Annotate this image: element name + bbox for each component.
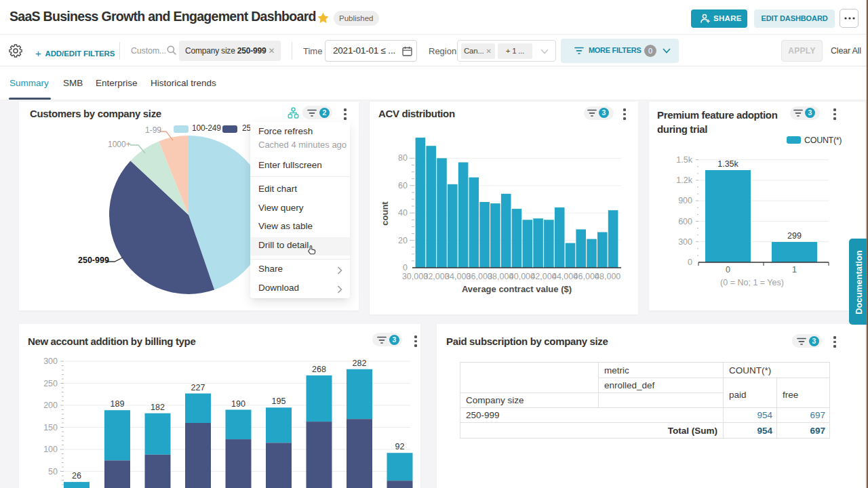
svg-text:0: 0 (726, 265, 730, 274)
svg-text:0: 0 (688, 258, 692, 267)
svg-text:80: 80 (398, 153, 408, 163)
svg-text:299: 299 (787, 231, 802, 241)
svg-text:200: 200 (43, 401, 58, 410)
svg-text:282: 282 (353, 359, 367, 368)
svg-text:195: 195 (272, 396, 286, 406)
svg-text:190: 190 (231, 399, 245, 409)
svg-text:20: 20 (398, 236, 408, 245)
svg-text:26: 26 (72, 471, 81, 481)
svg-text:100: 100 (43, 445, 58, 454)
svg-text:900: 900 (678, 196, 692, 205)
svg-text:count: count (380, 201, 390, 226)
svg-text:1.35k: 1.35k (717, 159, 738, 169)
svg-text:Average contract value ($): Average contract value ($) (462, 284, 572, 294)
svg-text:300: 300 (43, 357, 58, 366)
svg-text:250: 250 (43, 379, 58, 388)
svg-text:(0 = No; 1 = Yes): (0 = No; 1 = Yes) (720, 278, 784, 287)
svg-text:182: 182 (151, 403, 165, 412)
svg-text:COUNT(*): COUNT(*) (804, 136, 842, 145)
svg-text:60: 60 (398, 181, 408, 190)
svg-text:1.2k: 1.2k (676, 176, 692, 185)
svg-text:227: 227 (191, 383, 205, 392)
svg-text:600: 600 (678, 217, 692, 226)
svg-text:1: 1 (792, 265, 797, 274)
svg-text:189: 189 (111, 399, 125, 409)
svg-text:0: 0 (403, 263, 408, 272)
svg-text:48,000: 48,000 (595, 272, 620, 281)
svg-text:50: 50 (48, 467, 58, 476)
svg-text:40: 40 (398, 208, 408, 218)
svg-text:300: 300 (678, 237, 692, 247)
svg-text:92: 92 (395, 442, 405, 451)
svg-text:1.5k: 1.5k (676, 155, 692, 165)
svg-text:150: 150 (43, 423, 58, 432)
svg-text:268: 268 (312, 365, 326, 374)
